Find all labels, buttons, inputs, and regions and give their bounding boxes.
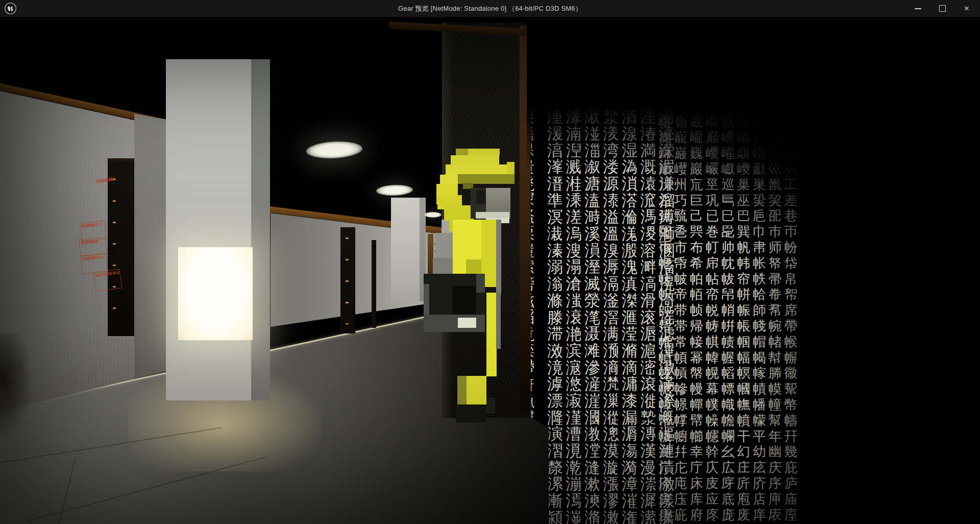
player-character-hazmat-voxel [424,143,521,429]
hood-voxel [468,149,500,155]
pillar-face [391,198,420,301]
hood-voxel [446,164,507,175]
light-leak-dots [346,237,349,324]
hood-voxel [456,149,468,155]
pillar-face [166,59,251,400]
wall-ad-stamp: 开锁换锁 78978666 [95,175,121,198]
pillar-near [166,59,270,400]
boot-voxel [486,398,495,414]
ad-line: #小广告 [82,223,95,229]
wall-dirt-patch [0,334,31,436]
backpack-voxel [435,233,453,259]
minimize-icon [915,8,921,9]
wall-shadow-right [740,17,980,524]
wall-ad-stamp: 本公司开锁换锁 72191897 #小广告 [93,269,122,292]
torso-edge-voxel [496,220,501,295]
close-button[interactable]: ✕ [954,0,979,17]
pillar-far [391,198,426,301]
ceiling-light [376,184,413,197]
wall-side-return [134,114,166,379]
ad-line: #小广告 [95,272,108,278]
ceiling-light [306,140,363,160]
maximize-icon [939,5,946,12]
visor-dark-voxel [476,190,486,204]
leg-voxel [457,376,467,405]
boot-voxel [456,404,487,422]
game-viewport[interactable]: 湨湱湺溃溌溕溞溧溰溹滂滋滔滝滦滯滸漁漊漓漜漥漮漷潀 湩湪湫湬湭湮湯湲湳湴湵湶湷湸… [0,17,980,524]
hood-voxel [451,155,499,165]
arm-edge-voxel [496,293,501,349]
window-title: Gear 预览 [NetMode: Standalone 0] （64-bit/… [0,0,980,17]
app-window: 湨湱湺溃溌溕溞溧溰溹滂滋滔滝滦滯滸漁漊漓漜漥漮漷潀 湩湪湫湬湭湮湯湲湳湴湵湶湷湸… [0,0,980,524]
minimize-button[interactable] [905,0,930,17]
window-controls: ✕ [905,0,979,17]
ad-line: 78978666 [81,239,99,246]
carried-box-label [458,318,476,328]
light-leak-dots [113,179,116,327]
doorway-back [340,227,355,334]
ad-line: #小广告 [82,256,95,261]
maximize-button[interactable] [930,0,954,17]
arm-voxel [486,293,497,376]
doorway-back [372,240,376,328]
leg-voxel [467,376,486,404]
carried-box-voxel [476,274,485,293]
window-titlebar[interactable]: Gear 预览 [NetMode: Standalone 0] （64-bit/… [0,0,980,17]
glowing-light-panel [178,247,253,340]
hood-voxel [507,162,514,175]
carried-box-core [453,286,476,315]
pillar-side [251,59,270,400]
